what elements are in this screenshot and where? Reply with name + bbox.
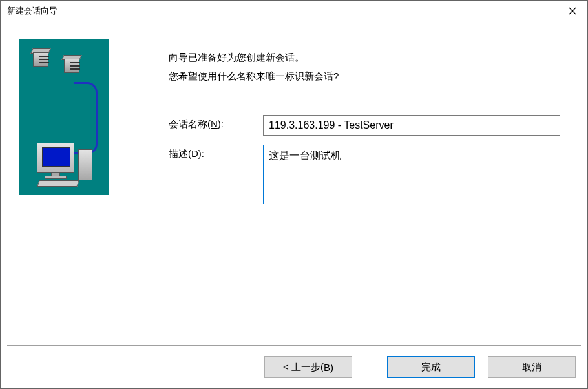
session-name-input[interactable] [263,115,560,136]
cable-icon [74,82,98,140]
server-icon [30,48,52,70]
computer-icon [37,143,74,173]
content-area: 向导已准备好为您创建新会话。 您希望使用什么名称来唯一标识新会话? 会话名称(N… [1,21,587,345]
session-name-row: 会话名称(N): [169,115,562,136]
button-row: < 上一步(B) 完成 取消 [1,346,587,388]
titlebar: 新建会话向导 [1,1,587,21]
close-icon [569,7,576,15]
description-input[interactable]: 这是一台测试机 [263,145,560,204]
wizard-window: 新建会话向导 [0,0,588,389]
window-title: 新建会话向导 [1,5,58,17]
close-button[interactable] [558,1,587,21]
session-name-label: 会话名称(N): [169,115,263,131]
cancel-button[interactable]: 取消 [488,356,576,378]
back-button[interactable]: < 上一步(B) [264,356,352,378]
description-row: 描述(D): 这是一台测试机 [169,145,562,204]
intro-text-2: 您希望使用什么名称来唯一标识新会话? [169,67,562,86]
intro-text-1: 向导已准备好为您创建新会话。 [169,48,562,67]
description-label: 描述(D): [169,145,263,160]
finish-button[interactable]: 完成 [387,356,475,378]
wizard-graphic [19,39,109,194]
form-area: 向导已准备好为您创建新会话。 您希望使用什么名称来唯一标识新会话? 会话名称(N… [109,39,562,332]
